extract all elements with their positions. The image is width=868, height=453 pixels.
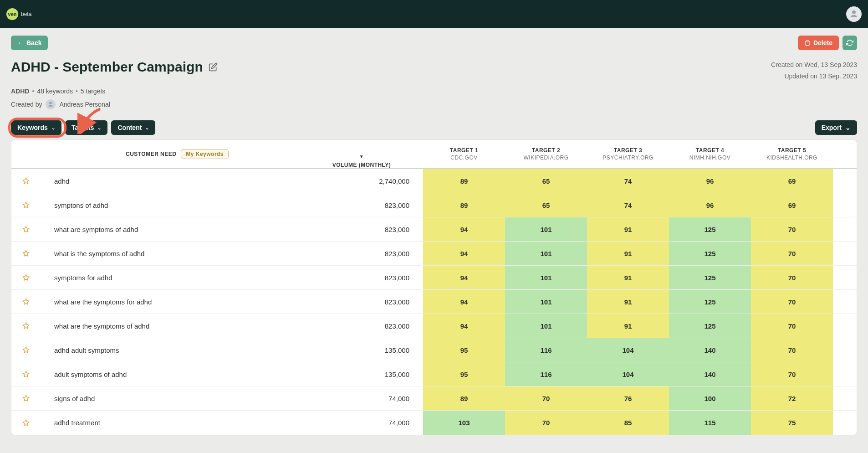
score-cell[interactable]: 91 [587, 266, 669, 289]
score-cell[interactable]: 75 [751, 411, 833, 435]
star-icon[interactable] [22, 395, 30, 402]
star-icon[interactable] [22, 346, 30, 354]
col-target-5[interactable]: TARGET 5KIDSHEALTH.ORG [751, 140, 833, 168]
score-cell[interactable]: 70 [751, 314, 833, 338]
star-icon[interactable] [22, 177, 30, 185]
score-cell[interactable]: 95 [423, 338, 505, 362]
score-cell[interactable]: 125 [669, 242, 751, 265]
tab-targets[interactable]: Targets ⌄ [65, 120, 108, 135]
keyword-cell[interactable]: symptoms for adhd [41, 266, 314, 289]
score-cell[interactable]: 103 [423, 411, 505, 435]
star-cell[interactable] [11, 217, 41, 241]
score-cell[interactable]: 96 [669, 193, 751, 217]
score-cell[interactable]: 89 [423, 193, 505, 217]
score-cell[interactable]: 104 [587, 362, 669, 386]
score-cell[interactable]: 115 [669, 411, 751, 435]
star-icon[interactable] [22, 201, 30, 209]
keyword-cell[interactable]: what are symptoms of adhd [41, 217, 314, 241]
score-cell[interactable]: 70 [751, 242, 833, 265]
score-cell[interactable]: 96 [669, 169, 751, 193]
refresh-button[interactable] [842, 36, 857, 50]
back-button[interactable]: ← Back [11, 36, 48, 50]
keyword-cell[interactable]: what is the symptoms of adhd [41, 242, 314, 265]
score-cell[interactable]: 94 [423, 314, 505, 338]
keyword-cell[interactable]: symptons of adhd [41, 193, 314, 217]
score-cell[interactable]: 76 [587, 386, 669, 410]
keyword-cell[interactable]: adhd [41, 169, 314, 193]
keyword-cell[interactable]: what are the symptoms for adhd [41, 290, 314, 314]
keyword-cell[interactable]: adult symptoms of adhd [41, 362, 314, 386]
keyword-cell[interactable]: adhd adult symptoms [41, 338, 314, 362]
score-cell[interactable]: 101 [505, 314, 587, 338]
keyword-cell[interactable]: adhd treatment [41, 411, 314, 435]
score-cell[interactable]: 140 [669, 338, 751, 362]
star-icon[interactable] [22, 250, 30, 257]
star-cell[interactable] [11, 386, 41, 410]
star-cell[interactable] [11, 411, 41, 435]
star-cell[interactable] [11, 266, 41, 289]
score-cell[interactable]: 94 [423, 266, 505, 289]
score-cell[interactable]: 72 [751, 386, 833, 410]
score-cell[interactable]: 140 [669, 362, 751, 386]
score-cell[interactable]: 65 [505, 169, 587, 193]
star-cell[interactable] [11, 193, 41, 217]
score-cell[interactable]: 101 [505, 242, 587, 265]
score-cell[interactable]: 91 [587, 314, 669, 338]
tab-content[interactable]: Content ⌄ [111, 120, 155, 135]
star-cell[interactable] [11, 338, 41, 362]
col-target-1[interactable]: TARGET 1CDC.GOV [423, 140, 505, 168]
star-icon[interactable] [22, 371, 30, 378]
score-cell[interactable]: 70 [751, 217, 833, 241]
star-icon[interactable] [22, 298, 30, 305]
star-icon[interactable] [22, 274, 30, 281]
delete-button[interactable]: Delete [798, 36, 839, 50]
score-cell[interactable]: 125 [669, 314, 751, 338]
score-cell[interactable]: 69 [751, 193, 833, 217]
col-customer-need[interactable]: CUSTOMER NEED My Keywords [41, 140, 314, 168]
score-cell[interactable]: 100 [669, 386, 751, 410]
score-cell[interactable]: 70 [751, 266, 833, 289]
score-cell[interactable]: 94 [423, 290, 505, 314]
score-cell[interactable]: 70 [505, 411, 587, 435]
star-icon[interactable] [22, 322, 30, 329]
score-cell[interactable]: 85 [587, 411, 669, 435]
score-cell[interactable]: 125 [669, 290, 751, 314]
col-target-4[interactable]: TARGET 4NIMH.NIH.GOV [669, 140, 751, 168]
score-cell[interactable]: 69 [751, 169, 833, 193]
score-cell[interactable]: 70 [751, 362, 833, 386]
score-cell[interactable]: 94 [423, 217, 505, 241]
star-icon[interactable] [22, 226, 30, 233]
star-cell[interactable] [11, 169, 41, 193]
score-cell[interactable]: 74 [587, 169, 669, 193]
star-cell[interactable] [11, 242, 41, 265]
star-cell[interactable] [11, 290, 41, 314]
score-cell[interactable]: 125 [669, 266, 751, 289]
score-cell[interactable]: 91 [587, 217, 669, 241]
score-cell[interactable]: 125 [669, 217, 751, 241]
score-cell[interactable]: 70 [751, 290, 833, 314]
keyword-cell[interactable]: signs of adhd [41, 386, 314, 410]
score-cell[interactable]: 116 [505, 362, 587, 386]
star-cell[interactable] [11, 314, 41, 338]
score-cell[interactable]: 70 [751, 338, 833, 362]
score-cell[interactable]: 74 [587, 193, 669, 217]
score-cell[interactable]: 104 [587, 338, 669, 362]
score-cell[interactable]: 95 [423, 362, 505, 386]
keyword-cell[interactable]: what are the symptoms of adhd [41, 314, 314, 338]
score-cell[interactable]: 101 [505, 217, 587, 241]
score-cell[interactable]: 101 [505, 290, 587, 314]
score-cell[interactable]: 65 [505, 193, 587, 217]
score-cell[interactable]: 116 [505, 338, 587, 362]
col-target-3[interactable]: TARGET 3PSYCHIATRY.ORG [587, 140, 669, 168]
export-button[interactable]: Export ⌄ [815, 120, 857, 135]
logo[interactable]: ven beta [6, 8, 31, 20]
edit-icon[interactable] [209, 62, 218, 72]
score-cell[interactable]: 91 [587, 290, 669, 314]
score-cell[interactable]: 89 [423, 386, 505, 410]
tab-keywords[interactable]: Keywords ⌄ [11, 120, 61, 135]
score-cell[interactable]: 91 [587, 242, 669, 265]
my-keywords-badge[interactable]: My Keywords [181, 149, 229, 159]
score-cell[interactable]: 101 [505, 266, 587, 289]
col-target-2[interactable]: TARGET 2WIKIPEDIA.ORG [505, 140, 587, 168]
score-cell[interactable]: 70 [505, 386, 587, 410]
